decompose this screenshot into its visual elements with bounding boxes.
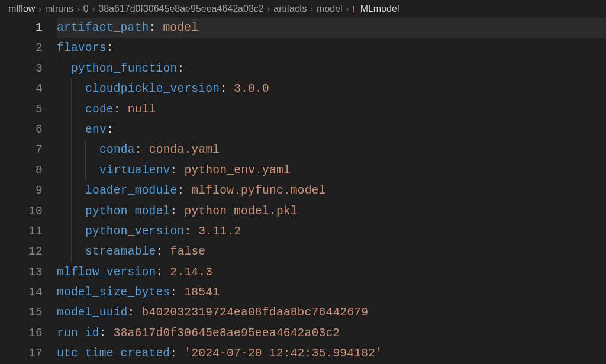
yaml-punct: : [128,306,142,319]
yaml-punct: : [170,164,185,177]
breadcrumb-seg[interactable]: 0 [83,4,89,14]
code-line[interactable]: flavors: [57,38,606,58]
yaml-key: virtualenv [99,164,170,177]
breadcrumb-seg[interactable]: model [317,4,343,14]
yaml-key: cloudpickle_version [85,82,220,95]
code-area[interactable]: artifact_path: modelflavors:python_funct… [57,18,606,364]
chevron-right-icon: › [38,4,41,14]
yaml-punct: : [184,225,198,238]
code-line[interactable]: streamable: false [57,241,606,262]
code-line[interactable]: model_size_bytes: 18541 [57,282,606,302]
line-number: 7 [0,140,43,160]
code-line[interactable]: run_id: 38a617d0f30645e8ae95eea4642a03c2 [57,323,606,343]
breadcrumb-seg[interactable]: artifacts [273,4,307,14]
yaml-value: mlflow.pyfunc.model [191,184,325,197]
yaml-punct: : [156,245,170,258]
yaml-key: utc_time_created [57,347,170,360]
yaml-key: python_model [85,205,170,218]
breadcrumb-seg[interactable]: mlflow [8,4,35,14]
yaml-punct: : [107,123,114,136]
code-line[interactable]: artifact_path: model [57,18,606,38]
code-line[interactable]: conda: conda.yaml [57,140,606,160]
code-line[interactable]: python_function: [57,59,606,79]
code-line[interactable]: env: [57,120,606,140]
line-number: 4 [0,79,43,99]
chevron-right-icon: › [92,4,95,14]
yaml-value: 3.11.2 [198,225,241,238]
chevron-right-icon: › [346,4,349,14]
yaml-key: loader_module [85,184,177,197]
line-number: 12 [0,241,43,262]
yaml-key: conda [99,143,135,156]
chevron-right-icon: › [310,4,313,14]
yaml-value: null [128,103,156,116]
chevron-right-icon: › [267,4,270,14]
yaml-value: model [163,21,198,34]
yaml-key: python_version [85,225,184,238]
code-line[interactable]: utc_time_created: '2024-07-20 12:42:35.9… [57,343,606,363]
line-number: 6 [0,120,43,140]
breadcrumb[interactable]: mlflow › mlruns › 0 › 38a617d0f30645e8ae… [0,0,606,18]
yaml-punct: : [220,82,234,95]
code-line[interactable]: mlflow_version: 2.14.3 [57,262,606,282]
yaml-punct: : [170,347,184,360]
breadcrumb-seg[interactable]: 38a617d0f30645e8ae95eea4642a03c2 [98,4,263,14]
yaml-value: 18541 [184,286,220,299]
line-number: 1 [0,18,43,38]
yaml-punct: : [177,184,191,197]
code-line[interactable]: virtualenv: python_env.yaml [57,160,606,181]
line-number: 10 [0,201,43,221]
yaml-punct: : [135,143,149,156]
line-number: 5 [0,99,43,120]
yaml-punct: : [107,41,114,54]
yaml-punct: : [156,266,170,279]
yaml-value: 2.14.3 [170,266,212,279]
yaml-value: 3.0.0 [234,82,269,95]
yaml-value: '2024-07-20 12:42:35.994182' [184,347,382,360]
line-number: 14 [0,282,43,302]
yaml-key: artifact_path [57,21,149,34]
line-number: 11 [0,221,43,241]
line-number: 9 [0,181,43,201]
line-number: 2 [0,38,43,58]
line-number: 17 [0,343,43,363]
yaml-key: flavors [57,41,107,54]
code-line[interactable]: python_model: python_model.pkl [57,201,606,221]
yaml-key: model_uuid [57,306,128,319]
line-number: 16 [0,323,43,343]
yaml-punct: : [99,327,114,340]
yaml-value: false [170,245,206,258]
yaml-punct: : [149,21,163,34]
breadcrumb-file[interactable]: MLmodel [360,4,399,14]
line-number: 8 [0,160,43,181]
yaml-value: python_model.pkl [184,205,297,218]
code-line[interactable]: cloudpickle_version: 3.0.0 [57,79,606,99]
exclaim-icon: ! [352,4,355,14]
line-number: 15 [0,302,43,323]
yaml-value: python_env.yaml [185,164,291,177]
line-number-gutter: 1234567891011121314151617 [0,18,57,364]
yaml-value: 38a617d0f30645e8ae95eea4642a03c2 [114,327,340,340]
yaml-key: model_size_bytes [57,286,170,299]
breadcrumb-seg[interactable]: mlruns [45,4,73,14]
yaml-key: env [85,123,107,136]
yaml-key: streamable [85,245,156,258]
yaml-punct: : [170,205,185,218]
code-line[interactable]: loader_module: mlflow.pyfunc.model [57,181,606,201]
yaml-punct: : [114,103,128,116]
code-editor[interactable]: 1234567891011121314151617 artifact_path:… [0,18,606,364]
yaml-key: code [85,103,114,116]
code-line[interactable]: python_version: 3.11.2 [57,221,606,241]
yaml-key: python_function [71,62,177,75]
yaml-key: run_id [57,327,99,340]
yaml-value: conda.yaml [149,143,220,156]
line-number: 13 [0,262,43,282]
yaml-punct: : [170,286,184,299]
yaml-punct: : [177,62,184,75]
yaml-value: b402032319724ea08fdaa8bc76442679 [142,306,369,319]
yaml-key: mlflow_version [57,266,156,279]
code-line[interactable]: model_uuid: b402032319724ea08fdaa8bc7644… [57,302,606,323]
line-number: 3 [0,59,43,79]
chevron-right-icon: › [77,4,80,14]
code-line[interactable]: code: null [57,99,606,120]
